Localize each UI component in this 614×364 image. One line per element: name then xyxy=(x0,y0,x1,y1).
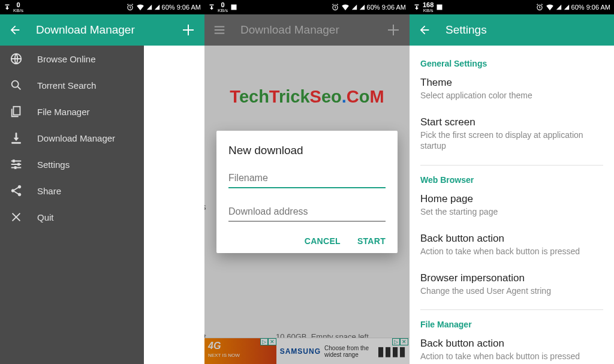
wifi-icon xyxy=(136,3,145,11)
sidebar-item-label: Quit xyxy=(37,212,54,222)
dl-icon xyxy=(208,4,215,11)
sliders-icon xyxy=(10,158,23,171)
globe-icon xyxy=(10,52,23,65)
nav-drawer: Browse Online Torrent Search File Manage… xyxy=(0,46,144,364)
signal-icon xyxy=(556,4,562,11)
close-icon xyxy=(10,210,23,224)
sidebar-item-label: Settings xyxy=(37,160,70,170)
new-download-dialog: New download CANCEL START xyxy=(216,131,398,253)
setting-theme[interactable]: Theme Select application color theme xyxy=(420,77,603,101)
download-address-field[interactable] xyxy=(228,203,386,222)
sidebar-item-torrent[interactable]: Torrent Search xyxy=(0,72,144,98)
start-button[interactable]: START xyxy=(357,236,386,246)
dl-icon xyxy=(413,4,420,11)
cancel-button[interactable]: CANCEL xyxy=(305,236,341,246)
image-icon xyxy=(436,4,443,11)
sidebar-item-share[interactable]: Share xyxy=(0,178,144,204)
copy-icon xyxy=(10,105,23,118)
section-file: File Manager xyxy=(420,320,603,329)
setting-file-back-button[interactable]: Back button action Action to take when b… xyxy=(420,338,603,362)
svg-rect-6 xyxy=(14,167,16,169)
svg-rect-10 xyxy=(231,5,236,10)
sidebar-item-label: Browse Online xyxy=(37,54,96,64)
settings-list[interactable]: General Settings Theme Select applicatio… xyxy=(410,46,614,364)
sidebar-item-browse[interactable]: Browse Online xyxy=(0,46,144,72)
alarm-icon xyxy=(126,3,134,11)
dialog-title: New download xyxy=(228,144,386,157)
svg-rect-3 xyxy=(13,107,20,115)
svg-rect-12 xyxy=(437,5,443,10)
settings-title: Settings xyxy=(446,23,606,37)
download-icon xyxy=(10,131,23,145)
section-web: Web Browser xyxy=(420,175,603,185)
status-bar: 0KB/s 60% 9:06 AM xyxy=(204,0,410,14)
filename-field[interactable] xyxy=(228,169,386,188)
signal-icon xyxy=(154,4,160,11)
share-icon xyxy=(10,184,23,197)
panel-drawer: 0KB/s 60% 9:06 AM Download Manager Brows… xyxy=(0,0,204,364)
wifi-icon xyxy=(546,3,554,11)
svg-rect-5 xyxy=(18,163,20,166)
setting-home-page[interactable]: Home page Set the starting page xyxy=(420,193,603,217)
sidebar-item-settings[interactable]: Settings xyxy=(0,151,144,178)
signal-icon xyxy=(359,4,365,11)
app-bar: Download Manager xyxy=(0,14,204,46)
add-icon[interactable] xyxy=(180,22,196,38)
svg-rect-4 xyxy=(13,160,15,163)
dl-icon xyxy=(4,4,11,11)
sidebar-item-download[interactable]: Download Manager xyxy=(0,125,144,151)
setting-back-button[interactable]: Back button action Action to take when b… xyxy=(420,233,603,257)
panel-settings: 168KB/s 60% 9:06 AM Settings General Set… xyxy=(410,0,614,364)
time-text: 9:06 AM xyxy=(177,4,201,11)
back-icon[interactable] xyxy=(8,23,22,37)
image-icon xyxy=(230,4,237,11)
app-title: Download Manager xyxy=(36,23,180,37)
signal-icon xyxy=(564,4,570,11)
section-general: General Settings xyxy=(420,59,603,68)
add-icon xyxy=(386,22,401,38)
status-bar: 0KB/s 60% 9:06 AM xyxy=(0,0,204,14)
setting-start-screen[interactable]: Start screen Pick the first screen to di… xyxy=(420,116,603,151)
panel-dialog: 0KB/s 60% 9:06 AM s eft 10.60GB Empty sp… xyxy=(204,0,410,364)
status-bar: 168KB/s 60% 9:06 AM xyxy=(410,0,614,14)
sidebar-item-quit[interactable]: Quit xyxy=(0,204,144,230)
setting-browser-impersonation[interactable]: Browser impersonation Change the used Us… xyxy=(420,272,603,296)
sidebar-item-label: File Manager xyxy=(37,107,90,117)
signal-icon xyxy=(351,4,357,11)
alarm-icon xyxy=(535,3,544,11)
menu-icon xyxy=(213,23,226,37)
sidebar-item-file[interactable]: File Manager xyxy=(0,98,144,125)
wifi-icon xyxy=(341,3,350,11)
search-icon xyxy=(10,79,23,92)
sidebar-item-label: Torrent Search xyxy=(37,80,96,91)
alarm-icon xyxy=(331,3,339,11)
sidebar-item-label: Share xyxy=(37,186,61,196)
sidebar-item-label: Download Manager xyxy=(37,133,115,143)
back-icon[interactable] xyxy=(418,23,431,37)
signal-icon xyxy=(146,4,152,11)
svg-point-2 xyxy=(12,81,19,88)
app-bar-dimmed: Download Manager xyxy=(204,14,410,46)
settings-app-bar: Settings xyxy=(410,14,614,46)
battery-text: 60% xyxy=(162,4,175,11)
